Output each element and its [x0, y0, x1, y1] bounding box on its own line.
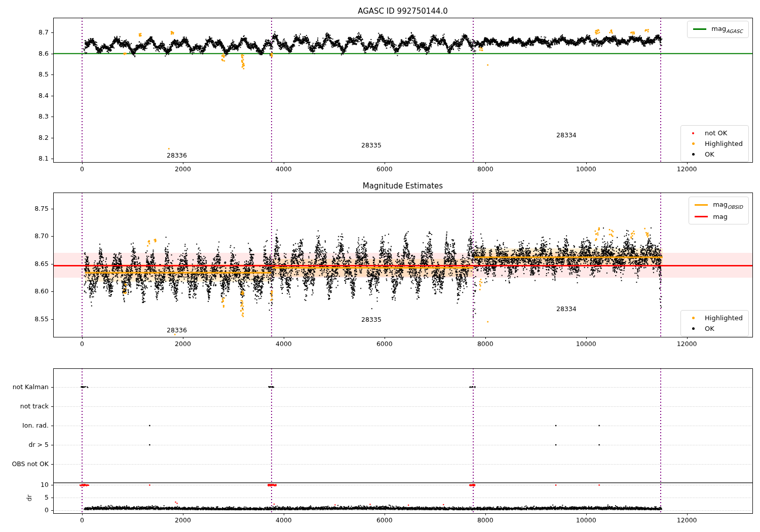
legend-line-swatch: [695, 216, 708, 217]
legend-label: OK: [705, 150, 714, 158]
y-tick-label: 8.2: [39, 134, 49, 141]
x-tick-label: 8000: [477, 341, 493, 348]
y-tick-label: 8.65: [34, 261, 49, 268]
legend-label: mag: [713, 213, 728, 220]
x-tick-label: 4000: [276, 517, 292, 524]
legend-label: Highlighted: [705, 314, 743, 322]
legend-label: not OK: [705, 129, 727, 137]
x-tick-label: 4000: [276, 341, 292, 348]
x-tick-label: 0: [80, 341, 84, 348]
x-tick-label: 12000: [677, 341, 697, 348]
flag-row-label: Ion. rad.: [22, 423, 49, 429]
legend-item: Highlighted: [687, 140, 743, 147]
y-tick-label: 8.4: [39, 92, 49, 99]
obsid-label: 28335: [361, 142, 382, 149]
legend-item: not OK: [687, 129, 743, 137]
x-tick-label: 10000: [576, 341, 596, 348]
legend-mag-agasc: magAGASC: [687, 21, 749, 38]
legend-top-points: not OKHighlightedOK: [680, 125, 749, 162]
legend-label: Highlighted: [705, 140, 743, 147]
x-tick-label: 2000: [175, 517, 191, 524]
legend-item: magAGASC: [693, 25, 743, 34]
dr-axis-label: dr: [26, 495, 33, 501]
dr-tick-label: 10: [41, 482, 49, 488]
top-plot-title: AGASC ID 992750144.0: [358, 7, 448, 16]
obsid-label: 28336: [167, 152, 187, 159]
legend-marker-icon: [692, 153, 695, 156]
x-tick-label: 12000: [677, 166, 697, 173]
dr-tick-label: 5: [45, 495, 49, 501]
middle-plot-title: Magnitude Estimates: [363, 181, 443, 191]
legend-label: magOBSID: [713, 201, 743, 210]
obsid-label: 28334: [556, 306, 577, 313]
x-tick-label: 10000: [576, 517, 596, 524]
x-tick-label: 6000: [376, 166, 393, 173]
x-tick-label: 0: [80, 517, 84, 524]
x-tick-label: 12000: [677, 517, 697, 524]
legend-mag-obsid: magOBSIDmag: [689, 197, 749, 224]
x-tick-label: 6000: [376, 517, 393, 524]
y-tick-label: 8.3: [39, 113, 49, 120]
y-tick-label: 8.55: [34, 316, 49, 323]
y-tick-label: 8.75: [34, 205, 49, 212]
flag-row-label: dr > 5: [29, 442, 49, 448]
legend-item: OK: [687, 150, 743, 158]
legend-marker-icon: [692, 142, 695, 145]
x-tick-label: 2000: [175, 341, 191, 348]
legend-label: magAGASC: [711, 25, 743, 34]
legend-label: OK: [705, 325, 714, 332]
legend-item: mag: [695, 213, 743, 220]
legend-line-swatch: [695, 204, 708, 206]
legend-marker-icon: [692, 132, 694, 134]
y-tick-label: 8.7: [39, 29, 49, 36]
obsid-label: 28334: [556, 132, 577, 138]
dr-tick-label: 0: [45, 507, 49, 514]
legend-item: magOBSID: [695, 201, 743, 210]
figure: AGASC ID 992750144.0 Magnitude Estimates…: [0, 0, 760, 532]
y-tick-label: 8.5: [39, 71, 49, 78]
x-tick-label: 0: [80, 166, 84, 173]
obsid-label: 28335: [361, 317, 382, 323]
y-tick-label: 8.6: [39, 51, 49, 57]
figure-canvas: [0, 0, 760, 532]
legend-marker-icon: [692, 317, 695, 319]
legend-item: Highlighted: [687, 314, 743, 322]
obsid-label: 28336: [167, 327, 187, 334]
flag-row-label: not Kalman: [13, 384, 49, 391]
legend-item: OK: [687, 325, 743, 332]
y-tick-label: 8.1: [39, 156, 49, 162]
legend-line-swatch: [693, 28, 706, 30]
x-tick-label: 4000: [276, 166, 292, 173]
x-tick-label: 2000: [175, 166, 191, 173]
y-tick-label: 8.60: [34, 288, 49, 295]
x-tick-label: 10000: [576, 166, 596, 173]
x-tick-label: 8000: [477, 166, 493, 173]
flag-row-label: not track: [20, 403, 49, 410]
legend-marker-icon: [692, 327, 695, 330]
x-tick-label: 6000: [376, 341, 393, 348]
flag-row-label: OBS not OK: [12, 461, 49, 468]
legend-middle-points: HighlightedOK: [680, 310, 749, 336]
x-tick-label: 8000: [477, 517, 493, 524]
y-tick-label: 8.70: [34, 233, 49, 240]
